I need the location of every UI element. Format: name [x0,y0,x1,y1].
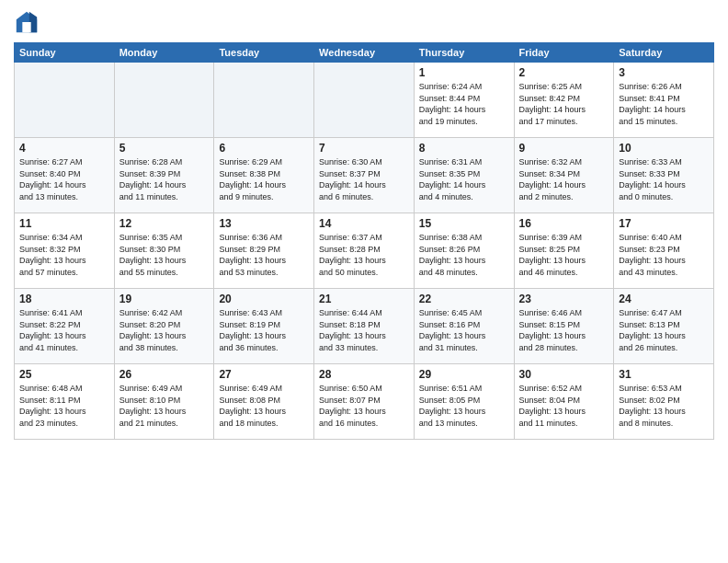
day-number: 26 [119,368,210,381]
day-number: 12 [119,217,210,230]
day-number: 30 [519,368,609,381]
calendar-cell: 12Sunrise: 6:35 AMSunset: 8:30 PMDayligh… [114,213,214,289]
day-number: 23 [519,293,609,305]
calendar-table: SundayMondayTuesdayWednesdayThursdayFrid… [14,42,714,440]
weekday-tuesday: Tuesday [214,43,314,63]
weekday-monday: Monday [114,43,214,63]
day-number: 5 [119,142,210,155]
calendar-cell: 3Sunrise: 6:26 AMSunset: 8:41 PMDaylight… [614,63,714,138]
day-number: 14 [319,217,409,230]
logo [14,9,43,35]
day-number: 25 [19,368,109,381]
calendar-cell: 15Sunrise: 6:38 AMSunset: 8:26 PMDayligh… [414,213,514,289]
day-number: 27 [219,368,309,381]
day-info: Sunrise: 6:46 AMSunset: 8:15 PMDaylight:… [519,307,609,353]
day-number: 29 [419,368,509,381]
day-number: 10 [619,142,709,155]
day-info: Sunrise: 6:28 AMSunset: 8:39 PMDaylight:… [119,156,210,202]
calendar-cell: 14Sunrise: 6:37 AMSunset: 8:28 PMDayligh… [314,213,415,289]
page: SundayMondayTuesdayWednesdayThursdayFrid… [0,0,728,563]
day-number: 11 [19,217,109,230]
day-number: 13 [219,217,309,230]
calendar-cell: 6Sunrise: 6:29 AMSunset: 8:38 PMDaylight… [214,138,314,213]
day-info: Sunrise: 6:38 AMSunset: 8:26 PMDaylight:… [419,232,509,278]
calendar-cell: 27Sunrise: 6:49 AMSunset: 8:08 PMDayligh… [214,364,314,440]
day-info: Sunrise: 6:25 AMSunset: 8:42 PMDaylight:… [519,81,609,127]
calendar-week-3: 11Sunrise: 6:34 AMSunset: 8:32 PMDayligh… [15,213,714,289]
day-info: Sunrise: 6:29 AMSunset: 8:38 PMDaylight:… [219,156,309,202]
day-info: Sunrise: 6:45 AMSunset: 8:16 PMDaylight:… [419,307,509,353]
day-info: Sunrise: 6:53 AMSunset: 8:02 PMDaylight:… [619,383,709,429]
calendar-cell: 19Sunrise: 6:42 AMSunset: 8:20 PMDayligh… [114,289,214,364]
day-info: Sunrise: 6:36 AMSunset: 8:29 PMDaylight:… [219,232,309,278]
day-info: Sunrise: 6:49 AMSunset: 8:08 PMDaylight:… [219,383,309,429]
day-number: 24 [619,293,709,305]
day-number: 3 [619,66,709,79]
day-number: 21 [319,293,409,305]
header [14,9,714,35]
day-number: 28 [319,368,409,381]
day-number: 22 [419,293,509,305]
day-info: Sunrise: 6:31 AMSunset: 8:35 PMDaylight:… [419,156,509,202]
day-info: Sunrise: 6:47 AMSunset: 8:13 PMDaylight:… [619,307,709,353]
day-number: 31 [619,368,709,381]
day-info: Sunrise: 6:51 AMSunset: 8:05 PMDaylight:… [419,383,509,429]
day-info: Sunrise: 6:33 AMSunset: 8:33 PMDaylight:… [619,156,709,202]
calendar-cell: 17Sunrise: 6:40 AMSunset: 8:23 PMDayligh… [614,213,714,289]
day-info: Sunrise: 6:27 AMSunset: 8:40 PMDaylight:… [19,156,109,202]
calendar-cell: 22Sunrise: 6:45 AMSunset: 8:16 PMDayligh… [414,289,514,364]
day-info: Sunrise: 6:44 AMSunset: 8:18 PMDaylight:… [319,307,409,353]
day-info: Sunrise: 6:48 AMSunset: 8:11 PMDaylight:… [19,383,109,429]
calendar-cell: 28Sunrise: 6:50 AMSunset: 8:07 PMDayligh… [314,364,415,440]
calendar-cell: 31Sunrise: 6:53 AMSunset: 8:02 PMDayligh… [614,364,714,440]
weekday-wednesday: Wednesday [314,43,415,63]
day-info: Sunrise: 6:42 AMSunset: 8:20 PMDaylight:… [119,307,210,353]
day-info: Sunrise: 6:30 AMSunset: 8:37 PMDaylight:… [319,156,409,202]
calendar-week-2: 4Sunrise: 6:27 AMSunset: 8:40 PMDaylight… [15,138,714,213]
calendar-cell: 4Sunrise: 6:27 AMSunset: 8:40 PMDaylight… [15,138,115,213]
day-number: 19 [119,293,210,305]
day-info: Sunrise: 6:24 AMSunset: 8:44 PMDaylight:… [419,81,509,127]
calendar-cell: 1Sunrise: 6:24 AMSunset: 8:44 PMDaylight… [414,63,514,138]
day-number: 8 [419,142,509,155]
calendar-cell: 23Sunrise: 6:46 AMSunset: 8:15 PMDayligh… [514,289,614,364]
day-number: 17 [619,217,709,230]
calendar-cell [314,63,415,138]
calendar-cell: 10Sunrise: 6:33 AMSunset: 8:33 PMDayligh… [614,138,714,213]
calendar-cell: 18Sunrise: 6:41 AMSunset: 8:22 PMDayligh… [15,289,115,364]
weekday-header-row: SundayMondayTuesdayWednesdayThursdayFrid… [15,43,714,63]
calendar-cell: 25Sunrise: 6:48 AMSunset: 8:11 PMDayligh… [15,364,115,440]
calendar-cell: 26Sunrise: 6:49 AMSunset: 8:10 PMDayligh… [114,364,214,440]
calendar-cell: 11Sunrise: 6:34 AMSunset: 8:32 PMDayligh… [15,213,115,289]
weekday-thursday: Thursday [414,43,514,63]
calendar-cell: 13Sunrise: 6:36 AMSunset: 8:29 PMDayligh… [214,213,314,289]
day-info: Sunrise: 6:49 AMSunset: 8:10 PMDaylight:… [119,383,210,429]
day-number: 1 [419,66,509,79]
calendar-cell: 16Sunrise: 6:39 AMSunset: 8:25 PMDayligh… [514,213,614,289]
calendar-cell: 5Sunrise: 6:28 AMSunset: 8:39 PMDaylight… [114,138,214,213]
day-info: Sunrise: 6:50 AMSunset: 8:07 PMDaylight:… [319,383,409,429]
day-number: 6 [219,142,309,155]
calendar-cell [114,63,214,138]
day-info: Sunrise: 6:35 AMSunset: 8:30 PMDaylight:… [119,232,210,278]
day-info: Sunrise: 6:52 AMSunset: 8:04 PMDaylight:… [519,383,609,429]
weekday-saturday: Saturday [614,43,714,63]
calendar-week-4: 18Sunrise: 6:41 AMSunset: 8:22 PMDayligh… [15,289,714,364]
calendar-cell: 2Sunrise: 6:25 AMSunset: 8:42 PMDaylight… [514,63,614,138]
day-info: Sunrise: 6:32 AMSunset: 8:34 PMDaylight:… [519,156,609,202]
svg-rect-3 [22,22,30,32]
calendar-cell: 24Sunrise: 6:47 AMSunset: 8:13 PMDayligh… [614,289,714,364]
day-number: 15 [419,217,509,230]
calendar-week-5: 25Sunrise: 6:48 AMSunset: 8:11 PMDayligh… [15,364,714,440]
day-info: Sunrise: 6:37 AMSunset: 8:28 PMDaylight:… [319,232,409,278]
calendar-cell: 30Sunrise: 6:52 AMSunset: 8:04 PMDayligh… [514,364,614,440]
calendar-cell: 8Sunrise: 6:31 AMSunset: 8:35 PMDaylight… [414,138,514,213]
calendar-cell: 7Sunrise: 6:30 AMSunset: 8:37 PMDaylight… [314,138,415,213]
day-number: 2 [519,66,609,79]
weekday-sunday: Sunday [15,43,115,63]
calendar-cell: 20Sunrise: 6:43 AMSunset: 8:19 PMDayligh… [214,289,314,364]
day-number: 9 [519,142,609,155]
calendar-cell: 21Sunrise: 6:44 AMSunset: 8:18 PMDayligh… [314,289,415,364]
day-info: Sunrise: 6:39 AMSunset: 8:25 PMDaylight:… [519,232,609,278]
logo-icon [14,9,40,35]
